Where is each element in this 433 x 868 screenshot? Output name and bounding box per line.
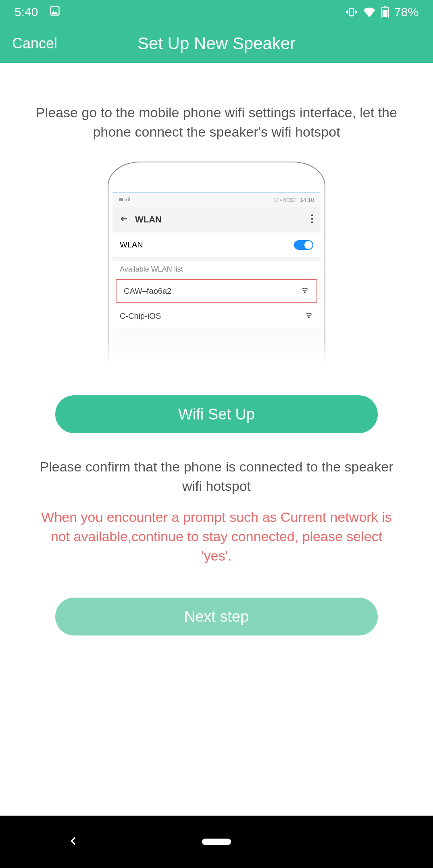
wifi-icon: [363, 6, 376, 18]
wifi-signal-icon: [304, 311, 313, 321]
svg-rect-3: [384, 6, 386, 7]
nav-back-button[interactable]: [69, 836, 79, 848]
svg-point-17: [311, 222, 313, 223]
svg-rect-8: [128, 198, 129, 201]
instruction-text-confirm: Please confirm that the phone is connect…: [35, 457, 398, 496]
more-icon: [311, 214, 313, 225]
svg-rect-5: [119, 198, 123, 201]
svg-rect-4: [383, 10, 387, 17]
status-bar: 5:40 78%: [0, 0, 433, 24]
warning-text: When you encounter a prompt such as Curr…: [35, 508, 398, 565]
image-icon: [49, 5, 60, 19]
wlan-toggle-icon: [294, 240, 313, 250]
wlan-toggle-label: WLAN: [120, 240, 143, 249]
svg-point-10: [274, 198, 278, 202]
illustration-status-left-icons: [119, 197, 135, 203]
svg-rect-6: [125, 199, 125, 201]
wlan-item-highlighted: CAW–fao6a2: [116, 279, 317, 303]
wlan-screen-title: WLAN: [135, 214, 162, 225]
svg-point-15: [311, 214, 313, 216]
svg-point-12: [284, 199, 285, 200]
phone-illustration: 96 14:10 WLAN: [108, 162, 325, 363]
svg-point-18: [304, 292, 306, 293]
next-step-button[interactable]: Next step: [55, 598, 378, 635]
app-bar: Cancel Set Up New Speaker: [0, 24, 433, 63]
svg-rect-7: [126, 199, 127, 201]
battery-percent: 78%: [394, 5, 418, 19]
battery-icon: [381, 6, 389, 18]
svg-rect-1: [350, 8, 353, 16]
back-arrow-icon: [120, 214, 129, 225]
illustration-status-right: 96 14:10: [274, 197, 314, 203]
wlan-item: C-Chip-iOS: [112, 304, 321, 328]
wifi-setup-button[interactable]: Wifi Set Up: [55, 395, 378, 433]
svg-text:96: 96: [289, 199, 293, 201]
vibrate-icon: [346, 6, 357, 18]
svg-point-19: [308, 317, 310, 318]
page-title: Set Up New Speaker: [0, 34, 433, 53]
instruction-text-top: Please go to the mobile phone wifi setti…: [35, 103, 398, 141]
available-wlan-label: Available WLAN list: [112, 257, 321, 278]
svg-rect-9: [129, 197, 130, 201]
cancel-button[interactable]: Cancel: [12, 35, 57, 52]
status-time: 5:40: [15, 5, 38, 19]
nav-home-button[interactable]: [202, 839, 231, 845]
wifi-signal-icon: [300, 287, 309, 296]
navigation-bar: [0, 816, 433, 868]
svg-point-16: [311, 218, 313, 220]
main-content: Please go to the mobile phone wifi setti…: [0, 63, 433, 816]
